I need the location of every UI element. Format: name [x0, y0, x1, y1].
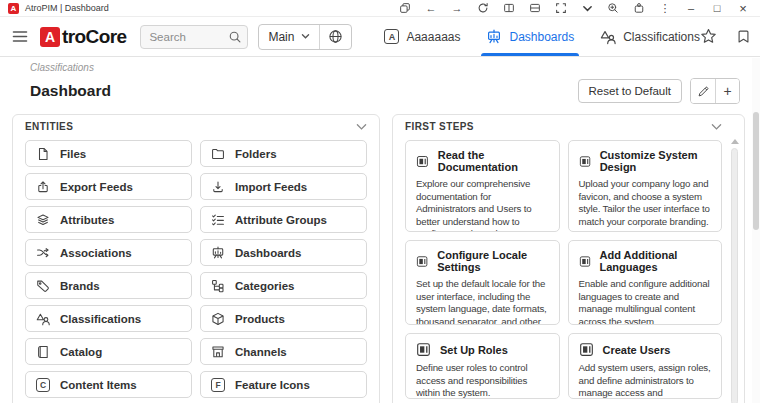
panel-scrollbar[interactable] — [730, 139, 739, 403]
entity-item-attribute-groups[interactable]: Attribute Groups — [200, 206, 367, 233]
tab-aaaaaaas[interactable]: A Aaaaaaas — [384, 17, 460, 56]
entity-item-catalog[interactable]: Catalog — [25, 338, 192, 365]
card-read-documentation[interactable]: Read the Documentation Explore our compr… — [405, 140, 560, 232]
scrollbar-thumb[interactable] — [731, 148, 738, 403]
article-icon — [579, 342, 594, 357]
page-scrollbar[interactable] — [752, 58, 760, 403]
add-dashlet-button[interactable]: + — [715, 79, 739, 103]
app-favicon: A — [8, 3, 19, 14]
entity-item-dashboards[interactable]: Dashboards — [200, 239, 367, 266]
zoom-icon[interactable] — [606, 1, 620, 15]
extensions-icon[interactable] — [632, 1, 646, 15]
entity-item-attributes[interactable]: Attributes — [25, 206, 192, 233]
entity-item-products[interactable]: Products — [200, 305, 367, 332]
brand-logo-icon: A — [40, 27, 60, 47]
fullscreen-corners-icon[interactable] — [554, 1, 568, 15]
reload-icon[interactable] — [476, 1, 490, 15]
checklist-icon — [211, 213, 225, 227]
classification-icon — [600, 29, 616, 45]
tag-icon — [36, 279, 50, 293]
tab-classifications[interactable]: Classifications — [600, 17, 700, 56]
tab-label: Dashboards — [509, 30, 574, 44]
entity-label: Files — [60, 148, 86, 160]
entity-item-categories[interactable]: Categories — [200, 272, 367, 299]
book-icon — [36, 345, 50, 359]
card-title: Add Additional Languages — [600, 249, 711, 273]
search-icon[interactable] — [228, 30, 242, 48]
chevron-down-icon[interactable] — [580, 1, 594, 15]
restore-windows-icon[interactable] — [398, 1, 412, 15]
entity-label: Dashboards — [235, 247, 301, 259]
card-description: Upload your company logo and favicon, an… — [579, 178, 712, 228]
export-icon — [36, 180, 50, 194]
entity-item-classifications[interactable]: Classifications — [25, 305, 192, 332]
browser-menu-icon[interactable]: ⋮ — [658, 1, 672, 15]
entity-item-feature-icons[interactable]: F Feature Icons — [200, 371, 367, 398]
letter-f-icon: F — [211, 378, 225, 392]
navbar-actions: 3 — [700, 28, 760, 45]
minimize-icon[interactable]: – — [684, 1, 698, 15]
hamburger-menu-icon[interactable] — [12, 30, 28, 43]
entity-item-content-items[interactable]: C Content Items — [25, 371, 192, 398]
tab-label: Classifications — [623, 30, 700, 44]
split-vertical-icon[interactable] — [502, 1, 516, 15]
cube-icon — [211, 312, 225, 326]
back-icon[interactable]: ← — [424, 1, 438, 15]
breadcrumb[interactable]: Classifications — [0, 57, 760, 73]
card-set-up-roles[interactable]: Set Up Roles Define user roles to contro… — [405, 333, 560, 399]
bookmark-icon[interactable] — [736, 29, 751, 44]
pencil-icon — [697, 85, 710, 98]
split-horizontal-icon[interactable] — [528, 1, 542, 15]
storefront-icon — [211, 345, 225, 359]
dashboard-icon — [211, 246, 225, 260]
card-customize-design[interactable]: Customize System Design Upload your comp… — [568, 140, 723, 232]
classification-icon — [36, 312, 50, 326]
entity-item-brands[interactable]: Brands — [25, 272, 192, 299]
language-globe-button[interactable] — [319, 25, 351, 49]
card-title: Customize System Design — [600, 149, 711, 173]
collapse-chevron-icon[interactable] — [356, 123, 367, 131]
forward-icon[interactable]: → — [450, 1, 464, 15]
app-window: A AtroPIM | Dashboard ← → ⋮ – □ × A troC… — [0, 0, 760, 403]
main-menu-label: Main — [268, 30, 294, 44]
main-menu-button[interactable]: Main — [259, 25, 319, 49]
scroll-up-arrow[interactable] — [731, 139, 739, 144]
entity-label: Classifications — [60, 313, 141, 325]
layers-icon — [36, 213, 50, 227]
collapse-chevron-icon[interactable] — [711, 123, 722, 131]
tab-bar: A Aaaaaaas Dashboards Classifications — [384, 17, 699, 56]
entity-label: Content Items — [60, 379, 137, 391]
close-icon[interactable]: × — [736, 1, 750, 15]
card-configure-locale[interactable]: Configure Locale Settings Set up the def… — [405, 240, 560, 325]
tab-dashboards[interactable]: Dashboards — [486, 17, 574, 56]
article-icon — [416, 342, 431, 357]
card-add-languages[interactable]: Add Additional Languages Enable and conf… — [568, 240, 723, 325]
maximize-icon[interactable]: □ — [710, 1, 724, 15]
edit-pencil-button[interactable] — [691, 79, 715, 103]
entity-label: Categories — [235, 280, 294, 292]
tab-label: Aaaaaaas — [406, 30, 460, 44]
favorites-star-icon[interactable] — [700, 28, 717, 45]
card-create-users[interactable]: Create Users Add system users, assign ro… — [568, 333, 723, 399]
entity-item-folders[interactable]: Folders — [200, 140, 367, 167]
entity-label: Import Feeds — [235, 181, 307, 193]
entity-item-export-feeds[interactable]: Export Feeds — [25, 173, 192, 200]
page-header: Dashboard Reset to Default + — [0, 73, 760, 104]
brand-name: troCore — [62, 26, 126, 48]
entity-label: Attribute Groups — [235, 214, 327, 226]
card-title: Read the Documentation — [438, 149, 549, 173]
entity-item-files[interactable]: Files — [25, 140, 192, 167]
first-steps-panel-header: FIRST STEPS — [405, 119, 722, 134]
card-description: Enable and configure additional language… — [579, 278, 712, 325]
entity-label: Associations — [60, 247, 132, 259]
page-scrollbar-thumb[interactable] — [753, 112, 759, 230]
entity-item-associations[interactable]: Associations — [25, 239, 192, 266]
card-description: Add system users, assign roles, and defi… — [579, 362, 712, 399]
entity-item-channels[interactable]: Channels — [200, 338, 367, 365]
window-titlebar: A AtroPIM | Dashboard ← → ⋮ – □ × — [0, 0, 760, 17]
card-description: Define user roles to control access and … — [416, 362, 549, 399]
brand-logo[interactable]: A troCore — [40, 26, 126, 48]
entity-item-import-feeds[interactable]: Import Feeds — [200, 173, 367, 200]
dashboard-panels: ENTITIES Files Folders Export Feeds — [0, 104, 760, 403]
reset-to-default-button[interactable]: Reset to Default — [578, 79, 682, 103]
